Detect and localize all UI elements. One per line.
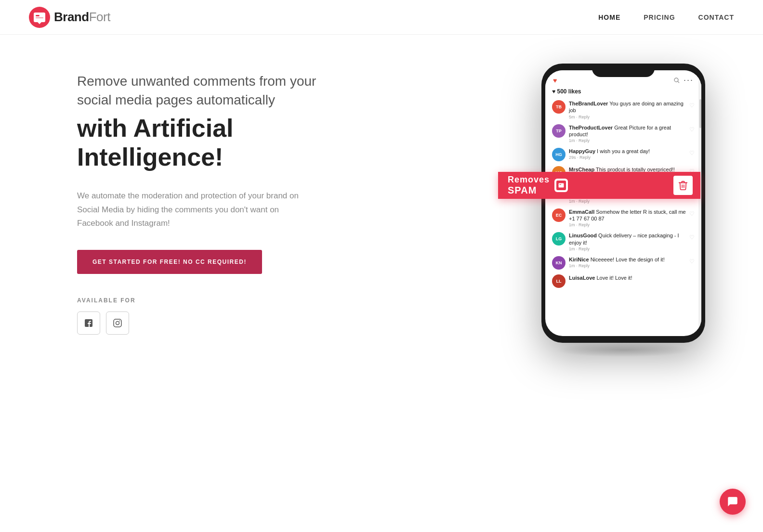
comment-item: TP TheProductLover Great Picture for a g… bbox=[547, 122, 699, 146]
avatar: EC bbox=[552, 208, 566, 222]
hero-section: Remove unwanted comments from your socia… bbox=[0, 35, 763, 372]
facebook-icon bbox=[84, 319, 93, 327]
svg-rect-10 bbox=[559, 183, 564, 187]
spam-banner: RemovesSPAM bbox=[498, 172, 700, 199]
hero-subtitle: Remove unwanted comments from your socia… bbox=[77, 72, 337, 109]
likes-bar: ♥ 500 likes bbox=[545, 87, 701, 98]
comment-text: LinusGood Quick delivery – nice packagin… bbox=[569, 232, 686, 246]
avatar: TP bbox=[552, 124, 566, 138]
comment-meta: 29s · Reply bbox=[569, 155, 686, 160]
svg-point-5 bbox=[116, 322, 119, 325]
logo-icon bbox=[29, 7, 50, 28]
comment-meta: 1m · Reply bbox=[569, 247, 686, 251]
social-icons bbox=[77, 311, 337, 335]
spam-text: SPAM bbox=[508, 185, 537, 195]
comment-item: LL LuisaLove Love it! Love it! bbox=[547, 272, 699, 290]
comment-content: HappyGuy I wish you a great day! 29s · R… bbox=[569, 148, 686, 160]
svg-line-8 bbox=[678, 81, 679, 83]
svg-point-7 bbox=[674, 78, 678, 82]
phone-shell: ♥ ··· ♥ 500 likes bbox=[541, 64, 705, 343]
trash-icon bbox=[678, 180, 688, 191]
hero-right: ♥ ··· ♥ 500 likes bbox=[541, 64, 705, 343]
avatar: TB bbox=[552, 100, 566, 114]
avatar: HG bbox=[552, 148, 566, 161]
comment-text: TheBrandLover You guys are doing an amaz… bbox=[569, 100, 686, 114]
phone-wrapper: ♥ ··· ♥ 500 likes bbox=[541, 64, 705, 343]
spam-label: RemovesSPAM bbox=[508, 175, 568, 196]
heart-icon[interactable]: ♡ bbox=[689, 256, 695, 265]
search-icon bbox=[673, 77, 681, 84]
brandfort-icon bbox=[554, 179, 568, 192]
comment-meta: 1m · Reply bbox=[569, 138, 686, 143]
svg-point-6 bbox=[119, 321, 120, 322]
logo-text: BrandFort bbox=[54, 10, 110, 25]
hero-description: We automate the moderation and protectio… bbox=[77, 189, 308, 231]
instagram-icon-button[interactable] bbox=[106, 311, 129, 335]
heart-icon[interactable]: ♡ bbox=[689, 208, 695, 217]
phone-screen: ♥ ··· ♥ 500 likes bbox=[545, 70, 701, 336]
comment-item: TB TheBrandLover You guys are doing an a… bbox=[547, 98, 699, 122]
nav-link-contact[interactable]: CONTACT bbox=[698, 13, 734, 21]
avatar: KN bbox=[552, 256, 566, 270]
comment-item: LG LinusGood Quick delivery – nice packa… bbox=[547, 230, 699, 254]
heart-icon[interactable]: ♡ bbox=[689, 100, 695, 109]
removes-text: RemovesSPAM bbox=[508, 175, 550, 196]
scrollbar-thumb bbox=[699, 99, 701, 128]
nav-item-contact[interactable]: CONTACT bbox=[698, 13, 734, 22]
cta-button[interactable]: GET STARTED FOR FREE! NO CC REQUIRED! bbox=[77, 250, 262, 274]
comment-content: LuisaLove Love it! Love it! bbox=[569, 274, 695, 281]
comment-content: TheProductLover Great Picture for a grea… bbox=[569, 124, 686, 143]
chat-fab-button[interactable] bbox=[720, 489, 746, 515]
comment-meta: 5m · Reply bbox=[569, 115, 686, 119]
comment-text: LuisaLove Love it! Love it! bbox=[569, 274, 695, 281]
comment-content: KiriNice Niceeeee! Love the design of it… bbox=[569, 256, 686, 268]
comment-meta: 1m · Reply bbox=[569, 263, 686, 268]
heart-icon[interactable]: ♡ bbox=[689, 232, 695, 241]
comment-meta: 1m · Reply bbox=[569, 222, 686, 227]
instagram-icon bbox=[113, 319, 122, 327]
phone-notch bbox=[592, 64, 655, 77]
comment-item: HG HappyGuy I wish you a great day! 29s … bbox=[547, 145, 699, 164]
comment-content: TheBrandLover You guys are doing an amaz… bbox=[569, 100, 686, 119]
comment-text: HappyGuy I wish you a great day! bbox=[569, 148, 686, 155]
navbar: BrandFort HOME PRICING CONTACT bbox=[0, 0, 763, 35]
comment-content: EmmaCall Somehow the letter R is stuck, … bbox=[569, 208, 686, 228]
chat-icon bbox=[726, 495, 739, 508]
svg-rect-4 bbox=[114, 319, 121, 327]
nav-link-pricing[interactable]: PRICING bbox=[644, 13, 675, 21]
available-for-label: AVAILABLE FOR bbox=[77, 297, 337, 304]
svg-rect-3 bbox=[36, 17, 43, 18]
nav-item-pricing[interactable]: PRICING bbox=[644, 13, 675, 22]
hero-title: with Artificial Intelligence! bbox=[77, 114, 337, 172]
heart-icon[interactable]: ♡ bbox=[689, 148, 695, 156]
avatar: LL bbox=[552, 274, 566, 288]
comment-content: LinusGood Quick delivery – nice packagin… bbox=[569, 232, 686, 251]
facebook-icon-button[interactable] bbox=[77, 311, 100, 335]
trash-icon-button[interactable] bbox=[673, 176, 693, 195]
nav-link-home[interactable]: HOME bbox=[598, 13, 620, 21]
phone-shadow bbox=[556, 343, 691, 357]
logo[interactable]: BrandFort bbox=[29, 7, 110, 28]
heart-icon[interactable]: ♡ bbox=[689, 124, 695, 133]
comment-item: KN KiriNice Niceeeee! Love the design of… bbox=[547, 254, 699, 272]
hero-left: Remove unwanted comments from your socia… bbox=[77, 72, 337, 335]
comment-text: KiriNice Niceeeee! Love the design of it… bbox=[569, 256, 686, 263]
heart-icon: ♥ bbox=[553, 77, 557, 84]
comment-meta: 1m · Reply bbox=[569, 199, 686, 204]
avatar: LG bbox=[552, 232, 566, 246]
svg-rect-2 bbox=[36, 15, 39, 16]
svg-rect-11 bbox=[559, 184, 561, 185]
comment-text: TheProductLover Great Picture for a grea… bbox=[569, 124, 686, 138]
nav-links: HOME PRICING CONTACT bbox=[598, 13, 734, 22]
comment-item: EC EmmaCall Somehow the letter R is stuc… bbox=[547, 206, 699, 230]
comment-text: EmmaCall Somehow the letter R is stuck, … bbox=[569, 208, 686, 222]
nav-item-home[interactable]: HOME bbox=[598, 13, 620, 22]
